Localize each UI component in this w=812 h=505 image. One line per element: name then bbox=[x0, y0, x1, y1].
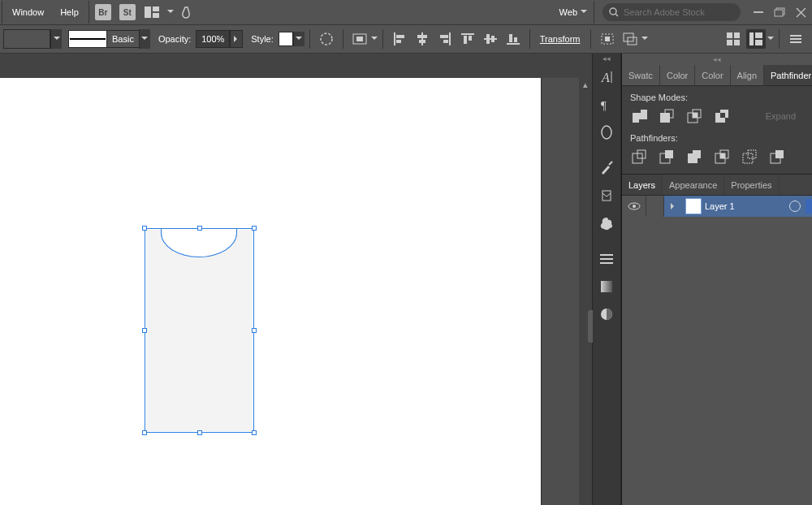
svg-rect-2 bbox=[153, 13, 159, 18]
symbols-panel-icon[interactable] bbox=[595, 184, 618, 207]
tab-properties[interactable]: Properties bbox=[724, 175, 779, 195]
svg-rect-15 bbox=[396, 40, 401, 43]
handle-top-left[interactable] bbox=[142, 226, 147, 231]
window-restore-button[interactable] bbox=[773, 6, 786, 18]
panel-resize-nub[interactable] bbox=[588, 310, 593, 343]
panel-layout-dropdown[interactable] bbox=[767, 34, 774, 45]
stock-search[interactable] bbox=[603, 3, 741, 21]
layer-name[interactable]: Layer 1 bbox=[705, 201, 789, 211]
handle-bottom-middle[interactable] bbox=[197, 430, 202, 435]
align-to-dropdown[interactable] bbox=[371, 34, 378, 45]
arrange-documents-icon[interactable] bbox=[145, 5, 159, 19]
panel-collapse-grip[interactable]: ◂◂ bbox=[622, 54, 812, 65]
isolate-object-icon[interactable] bbox=[598, 29, 617, 49]
align-to-selection-icon[interactable] bbox=[350, 29, 369, 49]
scroll-up-icon[interactable]: ▴ bbox=[579, 78, 592, 91]
shapemode-unite-icon[interactable] bbox=[630, 107, 648, 125]
canvas[interactable] bbox=[0, 78, 579, 505]
tab-color-guide[interactable]: Color bbox=[695, 65, 730, 85]
svg-rect-7 bbox=[775, 10, 783, 16]
opacity-input[interactable]: 100% bbox=[196, 30, 243, 48]
opentype-panel-icon[interactable] bbox=[595, 121, 618, 144]
menu-window[interactable]: Window bbox=[4, 0, 52, 24]
layer-visibility-toggle[interactable] bbox=[622, 196, 646, 217]
arrange-docs-dropdown[interactable] bbox=[167, 7, 174, 18]
pathfinder-outline-icon[interactable] bbox=[741, 148, 758, 166]
align-vcenter-icon[interactable] bbox=[481, 29, 500, 49]
pathfinder-trim-icon[interactable] bbox=[658, 148, 676, 166]
opacity-dropdown-button[interactable] bbox=[230, 30, 243, 48]
transparency-panel-icon[interactable] bbox=[595, 303, 618, 326]
handle-bottom-left[interactable] bbox=[142, 430, 147, 435]
fill-stroke-swatch[interactable] bbox=[3, 29, 62, 49]
pathfinder-crop-icon[interactable] bbox=[713, 148, 731, 166]
svg-rect-21 bbox=[443, 40, 448, 43]
tab-color[interactable]: Color bbox=[660, 65, 695, 85]
align-hcenter-icon[interactable] bbox=[412, 29, 432, 49]
bridge-icon[interactable]: Br bbox=[95, 4, 111, 20]
svg-point-48 bbox=[602, 126, 611, 139]
tab-align[interactable]: Align bbox=[731, 65, 764, 85]
panel-menu-icon[interactable] bbox=[786, 29, 806, 49]
artboard[interactable] bbox=[0, 78, 541, 505]
character-panel-icon[interactable]: A bbox=[595, 66, 618, 88]
document-tabbar[interactable] bbox=[0, 54, 592, 78]
handle-top-middle[interactable] bbox=[197, 226, 202, 231]
window-close-button[interactable] bbox=[794, 6, 807, 18]
align-top-icon[interactable] bbox=[458, 29, 477, 49]
opacity-value[interactable]: 100% bbox=[196, 30, 230, 48]
svg-point-3 bbox=[610, 8, 616, 15]
transform-link[interactable]: Transform bbox=[540, 34, 581, 44]
pathfinder-merge-icon[interactable] bbox=[685, 148, 703, 166]
layer-selection-indicator[interactable] bbox=[806, 199, 812, 214]
menu-help[interactable]: Help bbox=[52, 0, 87, 24]
layer-expand-toggle[interactable] bbox=[664, 196, 682, 217]
paragraph-panel-icon[interactable]: ¶ bbox=[595, 93, 618, 116]
handle-top-right[interactable] bbox=[252, 226, 257, 231]
shapemode-exclude-icon[interactable] bbox=[713, 107, 731, 125]
handle-middle-left[interactable] bbox=[142, 328, 147, 333]
svg-rect-20 bbox=[440, 35, 448, 38]
dock-collapse-grip[interactable]: ◂◂ bbox=[593, 54, 620, 63]
layer-lock-toggle[interactable] bbox=[646, 196, 664, 217]
svg-rect-50 bbox=[603, 191, 611, 201]
shapemode-intersect-icon[interactable] bbox=[685, 107, 703, 125]
svg-rect-61 bbox=[693, 113, 698, 118]
essentials-panel-icon[interactable] bbox=[746, 29, 766, 49]
align-bottom-icon[interactable] bbox=[503, 29, 523, 49]
tab-appearance[interactable]: Appearance bbox=[663, 175, 724, 195]
align-left-icon[interactable] bbox=[390, 29, 409, 49]
tab-swatches[interactable]: Swatc bbox=[622, 65, 660, 85]
vertical-scrollbar[interactable]: ▴ bbox=[579, 78, 592, 505]
layer-target-icon[interactable] bbox=[789, 201, 801, 212]
workspace-switcher[interactable]: Web bbox=[555, 0, 592, 24]
stroke-panel-icon[interactable] bbox=[595, 248, 618, 270]
gpu-performance-icon[interactable] bbox=[179, 5, 193, 19]
graphic-style-picker[interactable] bbox=[277, 29, 304, 49]
shapemode-minus-front-icon[interactable] bbox=[658, 107, 676, 125]
stock-icon[interactable]: St bbox=[119, 4, 136, 20]
recolor-artwork-icon[interactable] bbox=[317, 29, 336, 49]
stroke-profile[interactable]: Basic bbox=[68, 29, 150, 49]
top-panel-tabs: Swatc Color Color Align Pathfinder bbox=[622, 65, 812, 86]
stroke-profile-label: Basic bbox=[107, 30, 139, 48]
align-right-icon[interactable] bbox=[435, 29, 455, 49]
layer-row[interactable]: Layer 1 bbox=[622, 196, 812, 217]
handle-middle-right[interactable] bbox=[252, 328, 257, 333]
handle-bottom-right[interactable] bbox=[252, 430, 257, 435]
tab-pathfinder[interactable]: Pathfinder bbox=[764, 65, 812, 85]
tab-layers[interactable]: Layers bbox=[622, 175, 663, 195]
clip-dropdown[interactable] bbox=[641, 34, 648, 45]
gradient-panel-icon[interactable] bbox=[595, 275, 618, 298]
selected-object[interactable] bbox=[145, 228, 254, 433]
edit-clip-icon[interactable] bbox=[620, 29, 640, 49]
svg-rect-18 bbox=[419, 40, 425, 43]
pathfinder-minus-back-icon[interactable] bbox=[768, 148, 786, 166]
essentials-grid-icon[interactable] bbox=[723, 29, 743, 49]
svg-rect-27 bbox=[491, 36, 495, 42]
window-minimize-button[interactable] bbox=[752, 6, 765, 18]
pathfinder-divide-icon[interactable] bbox=[630, 148, 648, 166]
stock-search-input[interactable] bbox=[622, 6, 734, 18]
symbol-sprayer-icon[interactable] bbox=[595, 212, 618, 235]
brushes-panel-icon[interactable] bbox=[595, 157, 618, 179]
